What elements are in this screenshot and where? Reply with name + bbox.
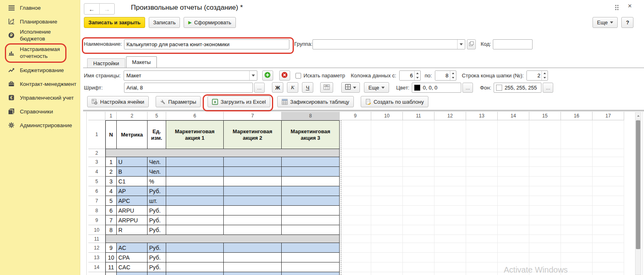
grid-column-header[interactable]: 7: [224, 112, 282, 120]
grid-cell[interactable]: [105, 235, 340, 243]
grid-cell[interactable]: [371, 253, 403, 262]
grid-cell[interactable]: [498, 243, 529, 253]
grid-column-header[interactable]: 11: [403, 112, 434, 120]
grid-cell[interactable]: [224, 262, 282, 272]
grid-cell[interactable]: [371, 272, 403, 275]
background-field[interactable]: 255, 255, 255: [494, 83, 541, 93]
grid-cell[interactable]: [224, 196, 282, 206]
grid-column-header[interactable]: 1: [105, 112, 117, 120]
grid-cell[interactable]: [466, 177, 498, 186]
grid-cell[interactable]: [593, 225, 624, 235]
scroll-up-icon[interactable]: [635, 113, 641, 119]
grid-cell[interactable]: [371, 177, 403, 186]
close-icon[interactable]: ×: [628, 2, 632, 10]
grid-cell[interactable]: [529, 167, 561, 177]
grid-cell[interactable]: [224, 157, 282, 167]
grid-cell[interactable]: [166, 186, 224, 196]
grid-column-header[interactable]: 13: [466, 112, 498, 120]
grid-column-header[interactable]: 2: [117, 112, 148, 120]
grid-cell[interactable]: 2: [105, 167, 117, 177]
tab-makety[interactable]: Макеты: [126, 56, 157, 68]
grid-cell[interactable]: Ед. изм.: [148, 120, 166, 149]
page-name-combo[interactable]: Макет: [124, 70, 257, 81]
grid-cell[interactable]: [282, 167, 340, 177]
grid-cell[interactable]: [498, 235, 529, 243]
grid-cell[interactable]: Чел.: [148, 157, 166, 167]
grid-cell[interactable]: [498, 196, 529, 206]
grid-row-header[interactable]: 6: [88, 186, 105, 196]
grid-cell[interactable]: Руб.: [148, 253, 166, 262]
grid-cell[interactable]: [282, 253, 340, 262]
grid-cell[interactable]: [403, 243, 434, 253]
background-picker-button[interactable]: ...: [543, 83, 553, 93]
code-field[interactable]: [493, 39, 533, 49]
grid-cell[interactable]: Руб.: [148, 243, 166, 253]
grid-cell[interactable]: [224, 225, 282, 235]
grid-cell[interactable]: [466, 253, 498, 262]
grid-cell[interactable]: [529, 235, 561, 243]
grid-cell[interactable]: [403, 167, 434, 177]
grid-cell[interactable]: [224, 167, 282, 177]
grid-cell[interactable]: C1: [117, 177, 148, 186]
grid-cell[interactable]: [224, 243, 282, 253]
grid-cell[interactable]: AP: [117, 186, 148, 196]
grid-cell[interactable]: [340, 262, 371, 272]
grid-row-header[interactable]: 1: [88, 120, 105, 149]
grid-cell[interactable]: [561, 177, 593, 186]
grid-cell[interactable]: [498, 206, 529, 215]
grid-cell[interactable]: [340, 177, 371, 186]
grid-cell[interactable]: [498, 167, 529, 177]
grid-cell[interactable]: [434, 235, 466, 243]
grid-cell[interactable]: [371, 120, 403, 149]
grid-cell[interactable]: [340, 196, 371, 206]
show-in-window-icon[interactable]: [615, 5, 618, 10]
grid-cell[interactable]: [466, 196, 498, 206]
grid-cell[interactable]: [498, 215, 529, 225]
grid-cell[interactable]: [593, 262, 624, 272]
grid-row-header[interactable]: 8: [88, 206, 105, 215]
grid-cell[interactable]: [529, 253, 561, 262]
grid-cell[interactable]: Руб.: [148, 262, 166, 272]
grid-cell[interactable]: [166, 262, 224, 272]
grid-cell[interactable]: [403, 262, 434, 272]
grid-cell[interactable]: [434, 196, 466, 206]
grid-cell[interactable]: [434, 262, 466, 272]
grid-cell[interactable]: Руб.: [148, 206, 166, 215]
grid-cell[interactable]: [371, 235, 403, 243]
grid-cell[interactable]: [561, 235, 593, 243]
grid-cell[interactable]: 5: [105, 196, 117, 206]
grid-cell[interactable]: [561, 149, 593, 157]
grid-cell[interactable]: [403, 253, 434, 262]
grid-cell[interactable]: [593, 177, 624, 186]
grid-cell[interactable]: B: [117, 167, 148, 177]
tab-nastroyki[interactable]: Настройки: [87, 58, 125, 68]
grid-cell[interactable]: CAC: [117, 262, 148, 272]
grid-cell[interactable]: [340, 120, 371, 149]
grid-cell[interactable]: [282, 157, 340, 167]
grid-cell[interactable]: [529, 196, 561, 206]
sidebar-item-planirovanie[interactable]: ₽Планирование: [0, 15, 80, 28]
grid-cell[interactable]: [561, 120, 593, 149]
spin-up-icon[interactable]: [415, 71, 420, 76]
save-and-close-button[interactable]: Записать и закрыть: [84, 17, 145, 28]
color-picker-button[interactable]: ...: [462, 83, 473, 93]
grid-cell[interactable]: [340, 215, 371, 225]
header-end-row-input[interactable]: [527, 71, 541, 80]
grid-cell[interactable]: [466, 243, 498, 253]
grid-cell[interactable]: [561, 167, 593, 177]
sidebar-item-byudzhetirovanie[interactable]: Бюджетирование: [0, 63, 80, 77]
font-field[interactable]: [124, 83, 253, 93]
grid-cell[interactable]: [529, 177, 561, 186]
grid-cell[interactable]: [593, 149, 624, 157]
grid-cell[interactable]: [403, 196, 434, 206]
name-field[interactable]: [124, 39, 289, 49]
create-from-template-button[interactable]: Создать по шаблону: [361, 96, 428, 107]
italic-button[interactable]: К: [287, 82, 298, 93]
grid-cell[interactable]: [466, 225, 498, 235]
grid-cell[interactable]: CPA: [117, 253, 148, 262]
grid-cell[interactable]: [434, 272, 466, 275]
data-col-to-input[interactable]: [435, 71, 450, 80]
grid-cell[interactable]: [371, 206, 403, 215]
grid-cell[interactable]: [498, 177, 529, 186]
grid-cell[interactable]: [529, 225, 561, 235]
